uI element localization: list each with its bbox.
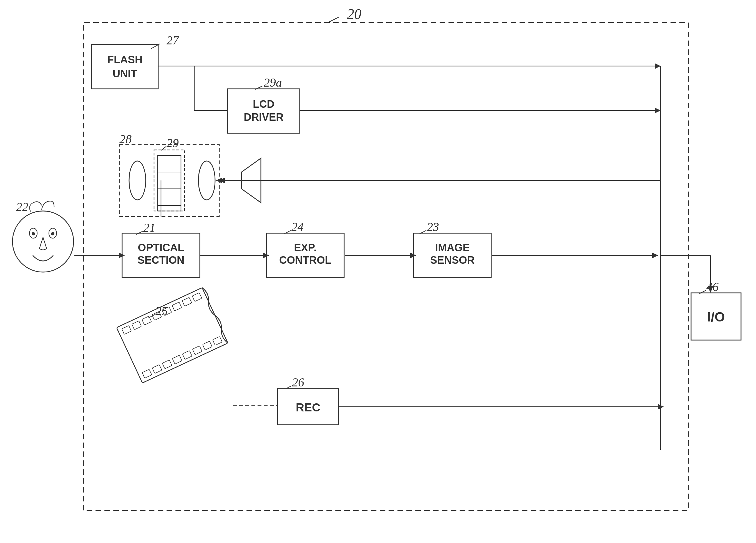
svg-marker-9: [655, 108, 661, 113]
lcd-driver-label-line1: LCD: [253, 98, 274, 110]
svg-rect-52: [122, 326, 132, 335]
ref-26: 26: [292, 376, 304, 389]
svg-rect-64: [182, 351, 192, 360]
io-label: I/O: [707, 310, 725, 324]
image-sensor-label-line1: IMAGE: [435, 242, 470, 253]
svg-rect-54: [142, 316, 152, 325]
optical-section-label-line2: SECTION: [138, 254, 185, 266]
svg-point-30: [51, 232, 54, 235]
svg-rect-58: [182, 297, 192, 306]
svg-rect-65: [192, 346, 202, 355]
svg-rect-60: [142, 369, 152, 378]
svg-point-29: [32, 232, 35, 235]
image-sensor-label-line2: SENSOR: [430, 254, 475, 266]
diagram-container: 20 FLASH UNIT 27 LCD DRIVER 29a 28: [0, 0, 756, 543]
svg-rect-62: [162, 360, 172, 369]
exp-control-label-line1: EXP.: [294, 242, 317, 253]
svg-rect-59: [192, 293, 202, 301]
svg-rect-53: [132, 321, 142, 330]
svg-rect-66: [203, 341, 212, 350]
flash-unit-label-line1: FLASH: [107, 54, 143, 66]
svg-point-26: [12, 211, 74, 272]
svg-point-15: [129, 161, 146, 200]
svg-marker-5: [655, 63, 661, 69]
svg-rect-67: [213, 336, 222, 345]
svg-marker-42: [652, 253, 658, 258]
ref-27: 27: [167, 34, 179, 47]
svg-rect-63: [172, 355, 182, 364]
rec-label: REC: [296, 401, 321, 414]
ref-22: 22: [16, 200, 28, 214]
svg-rect-61: [152, 364, 162, 373]
optical-section-label-line1: OPTICAL: [138, 242, 184, 253]
svg-rect-6: [228, 89, 300, 133]
ref-28: 28: [119, 132, 132, 146]
svg-rect-13: [154, 150, 185, 211]
flash-unit-label-line2: UNIT: [113, 68, 137, 79]
ref-24: 24: [291, 220, 304, 234]
svg-point-20: [198, 161, 215, 200]
svg-rect-57: [172, 302, 182, 311]
svg-rect-51: [117, 288, 228, 383]
lcd-driver-label-line2: DRIVER: [244, 111, 284, 123]
ref-25: 25: [155, 304, 168, 318]
svg-rect-0: [83, 22, 688, 511]
ref-29a: 29a: [264, 76, 282, 89]
ref-21: 21: [143, 221, 155, 235]
ref-46: 46: [706, 280, 719, 294]
ref-20: 20: [347, 6, 361, 22]
ref-29: 29: [167, 136, 179, 150]
exp-control-label-line2: CONTROL: [279, 254, 331, 266]
ref-23: 23: [427, 220, 439, 234]
svg-line-68: [148, 315, 155, 318]
svg-rect-2: [92, 44, 158, 89]
